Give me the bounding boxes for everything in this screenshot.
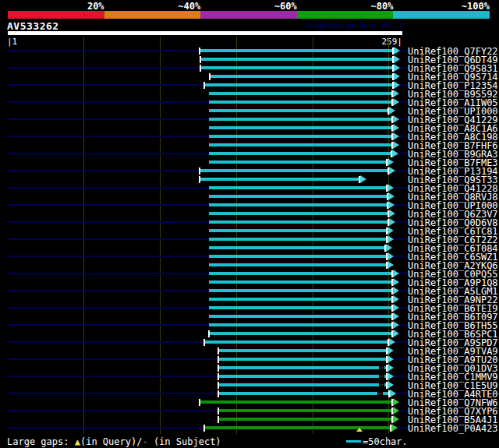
query-name: AV533262 — [7, 20, 59, 32]
hit-bar[interactable] — [209, 315, 393, 318]
hit-bar[interactable] — [209, 332, 393, 335]
hit-arrowhead-icon — [393, 132, 399, 140]
hit-bar[interactable] — [209, 126, 393, 129]
alignment-start-tick — [203, 425, 205, 432]
identity-scale-segment — [8, 11, 104, 19]
hit-bar[interactable] — [209, 289, 393, 292]
hit-arrowhead-icon — [394, 72, 400, 80]
hit-bar[interactable] — [209, 229, 388, 232]
alignment-start-tick — [209, 73, 211, 80]
hit-bar[interactable] — [200, 66, 394, 69]
hit-bar[interactable] — [209, 203, 388, 206]
hit-arrowhead-icon — [393, 295, 399, 303]
hit-bar[interactable] — [209, 246, 386, 249]
identity-scale-segment — [393, 11, 490, 19]
identity-scale-segment — [200, 11, 297, 19]
hit-bar[interactable] — [210, 75, 394, 78]
hit-bar[interactable] — [209, 135, 393, 138]
alignview-blast-overview: 20%~40%~60%~80%~100% AV533262 AlignView.… — [0, 0, 499, 448]
hit-bar[interactable] — [209, 298, 393, 301]
identity-scale-label: ~100% — [443, 1, 490, 12]
hit-bar[interactable] — [209, 280, 393, 284]
hit-arrowhead-icon — [393, 398, 399, 406]
hit-arrowhead-icon — [393, 270, 399, 277]
hit-bar[interactable] — [209, 212, 389, 215]
hit-arrowhead-icon — [390, 390, 396, 397]
hit-bar[interactable] — [209, 161, 388, 164]
hit-arrowhead-icon — [393, 124, 399, 132]
hit-bar[interactable] — [218, 418, 393, 421]
hit-arrowhead-icon — [388, 381, 394, 389]
subject-gap-dash — [379, 374, 384, 379]
hit-bar[interactable] — [209, 272, 393, 275]
hit-arrowhead-icon — [394, 47, 400, 55]
hit-arrowhead-icon — [389, 167, 395, 175]
gridline-50char — [160, 37, 161, 434]
hit-bar[interactable] — [209, 152, 392, 155]
hit-arrowhead-icon — [393, 141, 399, 149]
large-gaps-legend: Large gaps: ▲(in Query)/- (in Subject) — [7, 436, 221, 447]
subject-gap-dash — [379, 383, 384, 387]
hit-bar[interactable] — [218, 383, 388, 386]
hit-arrowhead-icon — [388, 192, 395, 200]
hit-arrowhead-icon — [388, 252, 394, 260]
hit-arrowhead-icon — [389, 218, 395, 226]
legend-suffix: (in Subject) — [148, 436, 221, 447]
hit-arrowhead-icon — [391, 424, 398, 432]
hit-bar[interactable] — [204, 426, 391, 429]
hit-arrowhead-icon — [388, 158, 394, 166]
hit-arrowhead-icon — [389, 107, 395, 115]
hit-bar[interactable] — [218, 375, 388, 378]
hit-bar[interactable] — [204, 83, 394, 86]
identity-scale-label: ~40% — [154, 1, 200, 12]
alignment-start-tick — [200, 56, 201, 63]
hit-bar[interactable] — [204, 340, 389, 344]
hit-bar[interactable] — [209, 143, 393, 146]
alignment-start-tick — [200, 65, 201, 72]
alignment-start-tick — [218, 365, 219, 372]
subject-gap-dash-icon: - — [142, 436, 147, 447]
hit-bar[interactable] — [218, 366, 388, 369]
hit-bar[interactable] — [218, 358, 388, 361]
fifty-char-scale-label: =50char. — [363, 436, 408, 447]
hit-bar[interactable] — [209, 118, 393, 121]
subject-gap-dash — [379, 365, 384, 370]
hit-bar[interactable] — [209, 92, 393, 95]
alignment-start-tick — [203, 339, 205, 346]
hit-arrowhead-icon — [393, 407, 399, 414]
identity-scale-label: ~80% — [346, 1, 393, 12]
hit-arrowhead-icon — [386, 244, 392, 252]
alignment-start-tick — [218, 382, 219, 389]
hit-arrowhead-icon — [393, 312, 399, 320]
hit-bar[interactable] — [209, 255, 388, 258]
fifty-char-scale-line — [346, 440, 361, 443]
hit-bar[interactable] — [218, 392, 390, 395]
hit-bar[interactable] — [209, 101, 393, 104]
hit-arrowhead-icon — [393, 278, 399, 286]
hit-bar[interactable] — [209, 109, 389, 112]
hit-arrowhead-icon — [388, 355, 394, 363]
hit-bar[interactable] — [200, 169, 389, 172]
hit-bar[interactable] — [209, 306, 393, 309]
alignment-start-tick — [203, 82, 205, 89]
hit-bar[interactable] — [218, 409, 393, 412]
hit-bar[interactable] — [209, 323, 393, 326]
hit-bar[interactable] — [209, 220, 389, 224]
hit-bar[interactable] — [209, 238, 388, 241]
hit-bar[interactable] — [218, 349, 388, 352]
alignment-start-tick — [218, 407, 219, 414]
hit-bar[interactable] — [209, 195, 388, 198]
hit-bar[interactable] — [209, 263, 388, 266]
hit-arrowhead-icon — [388, 201, 395, 209]
hit-label[interactable]: UniRef100_P0A423 — [408, 423, 498, 434]
hit-bar[interactable] — [200, 400, 393, 404]
hit-bar[interactable] — [209, 186, 388, 189]
hit-bar[interactable] — [200, 58, 394, 61]
alignment-start-tick — [218, 347, 219, 355]
alignment-start-tick — [199, 168, 200, 175]
alignment-start-tick — [199, 176, 200, 183]
hit-arrowhead-icon — [389, 338, 395, 346]
hit-bar[interactable] — [200, 49, 394, 52]
hit-arrowhead-icon — [394, 55, 400, 63]
hit-bar[interactable] — [200, 178, 360, 181]
